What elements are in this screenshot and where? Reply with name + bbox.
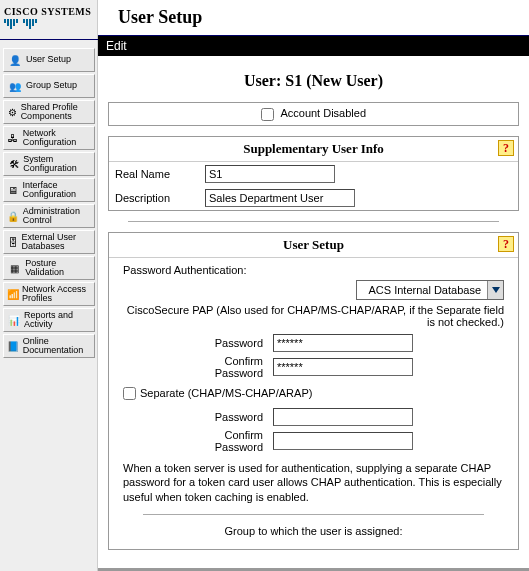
nav-label: Network Access Profiles (22, 285, 94, 304)
password2-label: Password (123, 411, 273, 423)
nav-group-setup[interactable]: 👥Group Setup (3, 74, 95, 98)
nav-reports[interactable]: 📊Reports and Activity (3, 308, 95, 332)
nav-system-config[interactable]: 🛠System Configuration (3, 152, 95, 176)
docs-icon: 📘 (7, 338, 20, 354)
separate-checkbox[interactable] (123, 387, 136, 400)
nav-network-access[interactable]: 📶Network Access Profiles (3, 282, 95, 306)
nav-external-db[interactable]: 🗄External User Databases (3, 230, 95, 254)
nav-admin-control[interactable]: 🔒Administration Control (3, 204, 95, 228)
content: User: S1 (New User) Account Disabled Sup… (98, 56, 529, 568)
token-help-text: When a token server is used for authenti… (123, 461, 504, 504)
help-icon[interactable]: ? (498, 236, 514, 252)
logo: CISCO SYSTEMS (0, 4, 98, 40)
admin-icon: 🔒 (7, 208, 20, 224)
svg-marker-0 (492, 287, 500, 293)
logo-bars-icon (4, 19, 94, 29)
nav-label: Network Configuration (23, 129, 94, 148)
nav-label: Administration Control (23, 207, 94, 226)
nav-interface-config[interactable]: 🖥Interface Configuration (3, 178, 95, 202)
pap-note: CiscoSecure PAP (Also used for CHAP/MS-C… (123, 304, 504, 328)
network-icon: 🖧 (7, 130, 20, 146)
nav-network-config[interactable]: 🖧Network Configuration (3, 126, 95, 150)
edit-bar: Edit (98, 36, 529, 56)
divider (128, 221, 499, 222)
password-label: Password (123, 337, 273, 349)
group-assignment-label: Group to which the user is assigned: (123, 525, 504, 537)
system-icon: 🛠 (7, 156, 20, 172)
supplementary-header: Supplementary User Info ? (109, 137, 518, 162)
group-icon: 👥 (7, 78, 23, 94)
nav-shared-profile[interactable]: ⚙Shared Profile Components (3, 100, 95, 124)
nav-label: Posture Validation (25, 259, 94, 278)
account-disabled-checkbox[interactable] (261, 108, 274, 121)
page-title: User Setup (118, 7, 202, 28)
profile-icon: ⚙ (7, 104, 18, 120)
user-heading: User: S1 (New User) (108, 72, 519, 90)
posture-icon: ▦ (7, 260, 22, 276)
supplementary-header-text: Supplementary User Info (243, 141, 384, 156)
real-name-label: Real Name (115, 168, 205, 180)
nav-label: External User Databases (22, 233, 94, 252)
confirm-password-label: Confirm Password (123, 355, 273, 379)
sidebar: CISCO SYSTEMS 👤User Setup 👥Group Setup ⚙… (0, 0, 98, 571)
user-setup-box: User Setup ? Password Authentication: AC… (108, 232, 519, 550)
chevron-down-icon (487, 281, 503, 299)
nav-label: Shared Profile Components (21, 103, 94, 122)
user-setup-header-text: User Setup (283, 237, 344, 252)
password-auth-select[interactable]: ACS Internal Database (356, 280, 504, 300)
confirm-password-input[interactable] (273, 358, 413, 376)
nav-label: User Setup (26, 55, 71, 64)
account-disabled-label: Account Disabled (280, 107, 366, 119)
nav-label: Interface Configuration (23, 181, 94, 200)
password2-input[interactable] (273, 408, 413, 426)
description-label: Description (115, 192, 205, 204)
nav-label: System Configuration (23, 155, 94, 174)
logo-text: CISCO SYSTEMS (4, 6, 94, 17)
real-name-input[interactable] (205, 165, 335, 183)
database-icon: 🗄 (7, 234, 19, 250)
confirm2-input[interactable] (273, 432, 413, 450)
header: User Setup (98, 0, 529, 36)
description-input[interactable] (205, 189, 355, 207)
separate-label: Separate (CHAP/MS-CHAP/ARAP) (140, 387, 312, 399)
nav-label: Reports and Activity (24, 311, 94, 330)
user-icon: 👤 (7, 52, 23, 68)
interface-icon: 🖥 (7, 182, 20, 198)
help-icon[interactable]: ? (498, 140, 514, 156)
nav-posture-validation[interactable]: ▦Posture Validation (3, 256, 95, 280)
password-auth-label: Password Authentication: (123, 264, 504, 276)
nav-label: Online Documentation (23, 337, 94, 356)
access-icon: 📶 (7, 286, 19, 302)
reports-icon: 📊 (7, 312, 21, 328)
main: User Setup Edit User: S1 (New User) Acco… (98, 0, 529, 571)
nav-user-setup[interactable]: 👤User Setup (3, 48, 95, 72)
divider (143, 514, 484, 515)
password-input[interactable] (273, 334, 413, 352)
user-setup-header: User Setup ? (109, 233, 518, 258)
nav-label: Group Setup (26, 81, 77, 90)
supplementary-info-box: Supplementary User Info ? Real Name Desc… (108, 136, 519, 211)
select-value: ACS Internal Database (357, 284, 487, 296)
nav-online-docs[interactable]: 📘Online Documentation (3, 334, 95, 358)
account-disabled-box: Account Disabled (108, 102, 519, 126)
confirm2-label: Confirm Password (123, 429, 273, 453)
